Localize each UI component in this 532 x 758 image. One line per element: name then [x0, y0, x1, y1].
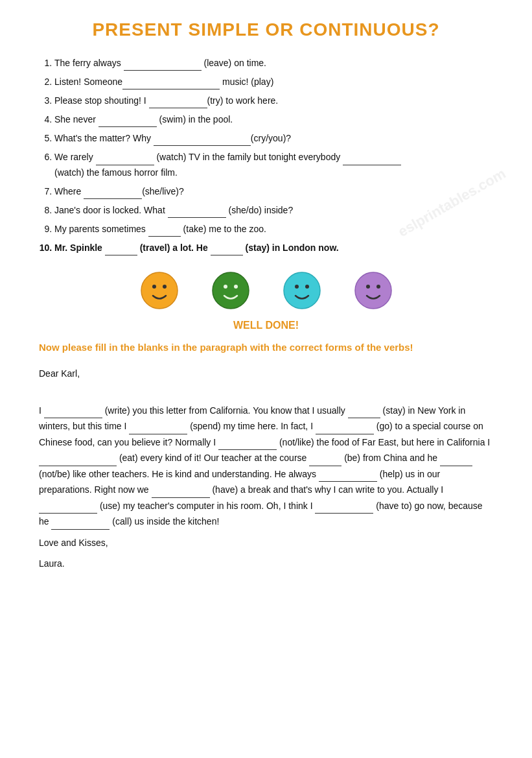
blank-3-1 [149, 99, 207, 108]
orange-smiley [140, 271, 179, 312]
bold-sometimes: sometimes [102, 224, 146, 234]
blank-10-2 [211, 246, 243, 255]
blank-5-1 [154, 137, 251, 146]
exercise-item-7: Where (she/live)? [54, 184, 493, 199]
blank-10-1 [105, 246, 137, 255]
bold-always: always [93, 58, 121, 68]
letter-blank-10 [152, 489, 210, 498]
bold-now: now [318, 243, 336, 253]
exercises-section: The ferry always (leave) on time. Listen… [39, 56, 493, 255]
letter-blank-6 [39, 457, 117, 466]
purple-smiley [354, 271, 393, 312]
letter-blank-8 [440, 457, 472, 466]
letter-sign-2: Laura. [39, 556, 493, 572]
bold-stop: Please stop shouting [54, 95, 139, 106]
letter-blank-7 [309, 457, 341, 466]
exercise-item-2: Listen! Someone music! (play) [54, 75, 493, 89]
bold-whats: What's the matter [54, 133, 125, 143]
svg-point-6 [284, 272, 320, 309]
letter-blank-11 [39, 504, 97, 514]
blank-1-1 [124, 62, 202, 71]
exercise-item-3: Please stop shouting! I (try) to work he… [54, 93, 493, 108]
svg-point-2 [163, 285, 167, 289]
teal-smiley [283, 271, 321, 312]
svg-point-11 [376, 285, 380, 289]
svg-point-3 [213, 272, 249, 309]
letter-blank-4 [316, 425, 374, 434]
exercise-item-1: The ferry always (leave) on time. [54, 56, 493, 71]
green-smiley [211, 271, 250, 312]
bold-rarely: rarely [71, 152, 93, 162]
instruction-text: Now please fill in the blanks in the par… [39, 340, 493, 355]
letter-greeting: Dear Karl, [39, 366, 493, 382]
letter-blank-3 [129, 425, 187, 434]
svg-point-9 [355, 272, 391, 309]
blank-2-1 [122, 80, 220, 89]
svg-point-0 [141, 272, 178, 309]
svg-point-4 [224, 285, 227, 289]
exercise-item-9: My parents sometimes (take) me to the zo… [54, 222, 493, 237]
letter-blank-13 [51, 521, 110, 530]
bold-listen: Listen [54, 77, 78, 87]
bold-never: never [73, 114, 96, 124]
exercise-item-4: She never (swim) in the pool. [54, 112, 493, 127]
svg-point-10 [366, 285, 370, 289]
blank-9-1 [148, 228, 181, 237]
svg-point-7 [295, 285, 299, 289]
letter-blank-9 [319, 473, 377, 482]
letter-blank-5 [218, 441, 277, 450]
bold-locked: is locked [104, 205, 139, 215]
blank-6-1 [96, 156, 154, 165]
svg-point-8 [305, 285, 309, 289]
letter-sign-1: Love and Kisses, [39, 535, 493, 551]
bold-alot: a lot [172, 243, 191, 253]
letter-blank-2 [348, 409, 380, 418]
letter-section: Dear Karl, I (write) you this letter fro… [39, 366, 493, 572]
svg-point-5 [234, 285, 238, 289]
letter-blank-12 [315, 504, 373, 514]
exercise-item-8: Jane's door is locked. What (she/do) ins… [54, 203, 493, 218]
exercise-list: The ferry always (leave) on time. Listen… [39, 56, 493, 255]
blank-4-1 [98, 118, 157, 127]
page-title: PRESENT SIMPLE OR CONTINUOUS? [39, 19, 493, 40]
letter-blank-1 [44, 409, 102, 418]
blank-8-1 [168, 209, 226, 218]
letter-paragraph-1: I (write) you this letter from Californi… [39, 403, 493, 530]
exercise-item-10: Mr. Spinkle (travel) a lot. He (stay) in… [54, 241, 493, 255]
well-done-text: WELL DONE! [39, 320, 493, 331]
blank-7-1 [84, 190, 142, 199]
smiley-row [39, 271, 493, 312]
exercise-item-5: What's the matter? Why (cry/you)? [54, 131, 493, 146]
exercise-item-6: We rarely (watch) TV in the family but t… [54, 150, 493, 180]
svg-point-1 [152, 285, 156, 289]
blank-6-2 [343, 156, 401, 165]
